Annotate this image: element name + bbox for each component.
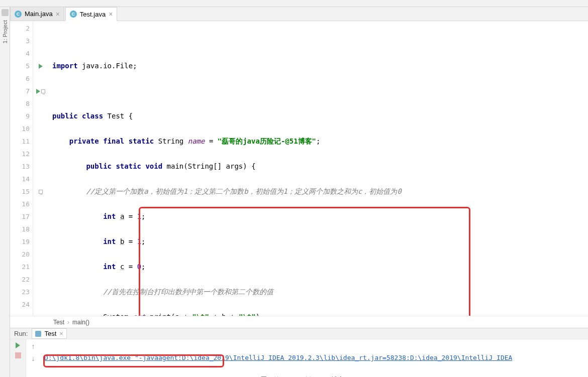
run-main-icon[interactable] [36, 89, 40, 94]
tab-label: Test.java [80, 11, 106, 18]
run-tab-name: Test [44, 330, 56, 337]
run-tool-window: Run: Test × ↑ ↓ D: [10, 328, 588, 377]
chevron-right-icon: › [67, 319, 69, 326]
java-class-icon: C [15, 11, 22, 18]
scroll-up-icon[interactable]: ↑ [32, 342, 35, 350]
line-number-gutter: 2 3 4 5 6 7 8 9 10 11 12 13 14 15 16 17 [10, 21, 33, 316]
tab-main-java[interactable]: C Main.java × [10, 7, 64, 21]
code-content[interactable]: import java.io.File; public class Test {… [48, 21, 588, 316]
left-tool-rail: 1: Project [0, 7, 10, 377]
run-toolbar [10, 339, 26, 377]
run-config-tab[interactable]: Test × [32, 328, 66, 339]
run-label: Run: [14, 330, 28, 337]
breadcrumb-class[interactable]: Test [53, 319, 64, 326]
application-icon [35, 331, 41, 337]
close-icon[interactable]: × [109, 10, 113, 18]
run-class-icon[interactable] [39, 64, 43, 69]
console-command-line: D:\jdk1.8\bin\java.exe "-javaagent:D:\id… [44, 354, 512, 361]
scroll-down-icon[interactable]: ↓ [32, 354, 35, 362]
java-class-icon: C [70, 11, 77, 18]
fold-icon[interactable] [41, 89, 45, 93]
project-tool-icon[interactable] [2, 9, 9, 16]
breadcrumb-method[interactable]: main() [72, 319, 89, 326]
fold-icon[interactable] [39, 190, 43, 194]
toolbar-placeholder [0, 0, 588, 7]
rerun-icon[interactable] [16, 342, 20, 348]
tab-label: Main.java [25, 10, 53, 18]
breadcrumb[interactable]: Test › main() [10, 316, 588, 328]
gutter-icons [33, 21, 48, 316]
tab-test-java[interactable]: C Test.java × [65, 7, 118, 21]
close-icon[interactable]: × [59, 330, 63, 337]
code-editor[interactable]: 2 3 4 5 6 7 8 9 10 11 12 13 14 15 16 17 [10, 21, 588, 316]
project-tool-label[interactable]: 1: Project [2, 18, 8, 45]
console-output[interactable]: D:\jdk1.8\bin\java.exe "-javaagent:D:\id… [40, 339, 588, 377]
stop-icon[interactable] [15, 352, 21, 358]
close-icon[interactable]: × [56, 10, 60, 18]
run-toolbar-secondary: ↑ ↓ [26, 339, 40, 377]
editor-tabs: C Main.java × C Test.java × [10, 7, 588, 21]
